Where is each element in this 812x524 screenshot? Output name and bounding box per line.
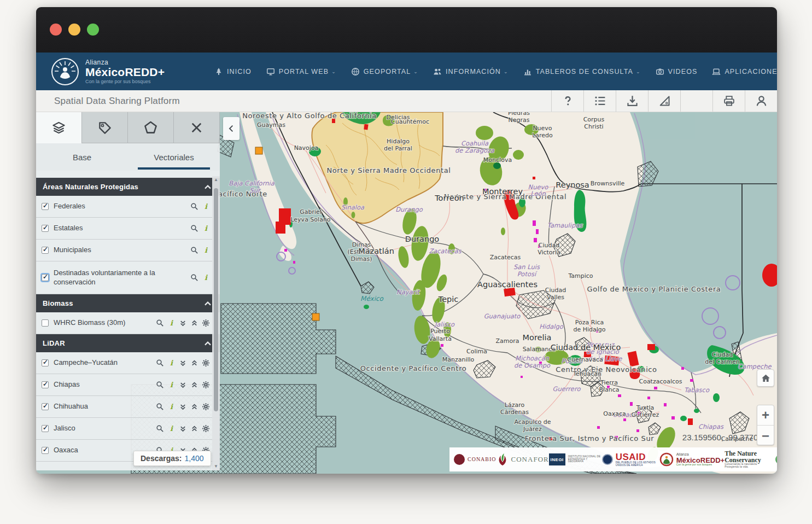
gear-icon[interactable]	[202, 359, 210, 367]
angles-down-icon[interactable]	[179, 403, 187, 411]
toolbar-download-button[interactable]	[616, 90, 648, 112]
angles-up-icon[interactable]	[190, 319, 198, 327]
tool-tab-close[interactable]	[174, 112, 220, 143]
info-icon[interactable]	[167, 424, 176, 433]
logo-conabio: CONABIO	[454, 454, 496, 465]
svg-text:Victoria: Victoria	[538, 249, 560, 256]
info-icon[interactable]	[167, 359, 176, 367]
checkbox-oaxaca[interactable]	[42, 447, 49, 454]
checkbox-estatales[interactable]	[42, 225, 49, 232]
checkbox-jalisco[interactable]	[42, 425, 49, 432]
nav-item-tableros-de-consulta[interactable]: TABLEROS DE CONSULTA⌄	[523, 67, 641, 76]
checkbox-chihuahua[interactable]	[42, 403, 49, 410]
search-icon[interactable]	[156, 403, 164, 411]
info-icon[interactable]	[167, 319, 176, 327]
scrollbar-thumb[interactable]	[214, 188, 218, 411]
search-icon[interactable]	[190, 224, 198, 232]
section-header-biomass[interactable]: Biomass	[36, 294, 220, 312]
users-icon	[433, 67, 442, 76]
search-icon[interactable]	[156, 359, 164, 367]
tab-vectoriales[interactable]: Vectoriales	[128, 143, 220, 171]
tool-tab-tag[interactable]	[82, 112, 128, 143]
tool-tab-polygon[interactable]	[128, 112, 174, 143]
info-icon[interactable]	[167, 403, 176, 411]
gear-icon[interactable]	[202, 403, 210, 411]
toolbar-legend-list-button[interactable]	[583, 90, 616, 112]
info-icon[interactable]	[202, 202, 210, 211]
nav-item-portal-web[interactable]: PORTAL WEB⌄	[266, 67, 336, 76]
nav-item-videos[interactable]: VIDEOS	[656, 67, 698, 76]
toolbar-measure-button[interactable]	[648, 90, 680, 112]
search-icon[interactable]	[156, 319, 164, 327]
svg-text:Norte y Sierra Madre Occidenta: Norte y Sierra Madre Occidental	[326, 166, 451, 174]
search-icon[interactable]	[190, 273, 198, 282]
checkbox-whrc-biomass-30m[interactable]	[42, 319, 49, 327]
nav-item-aplicaciones[interactable]: APLICACIONES⌄	[712, 67, 777, 76]
angles-down-icon[interactable]	[179, 319, 187, 327]
info-icon[interactable]	[202, 224, 210, 232]
svg-text:Dimas): Dimas)	[350, 255, 372, 263]
gear-icon[interactable]	[202, 381, 210, 389]
inegi-emblem-icon: INEGI	[549, 453, 565, 465]
window-maximize-button[interactable]	[87, 24, 99, 36]
checkbox-chiapas[interactable]	[42, 381, 49, 388]
section-header-lidar[interactable]: LiDAR	[36, 334, 220, 352]
angles-down-icon[interactable]	[179, 381, 187, 389]
angles-up-icon[interactable]	[190, 359, 198, 367]
search-icon[interactable]	[190, 202, 198, 211]
layer-label: Estatales	[54, 224, 83, 233]
window-minimize-button[interactable]	[68, 24, 80, 36]
gear-icon[interactable]	[202, 319, 210, 327]
search-icon[interactable]	[156, 381, 164, 389]
angles-up-icon[interactable]	[190, 403, 198, 411]
zoom-out-button[interactable]: −	[757, 426, 774, 446]
svg-text:Nayarit: Nayarit	[396, 288, 420, 296]
info-icon[interactable]	[167, 381, 176, 389]
svg-text:Hidalgo: Hidalgo	[387, 138, 410, 145]
svg-text:Poza Rica: Poza Rica	[575, 319, 604, 326]
angles-down-icon[interactable]	[179, 424, 187, 433]
layer-row-municipales: Municipales	[36, 240, 220, 261]
tab-base[interactable]: Base	[36, 143, 128, 171]
tnc-globe-icon	[775, 455, 777, 464]
angles-up-icon[interactable]	[190, 424, 198, 433]
angles-down-icon[interactable]	[179, 359, 187, 367]
info-icon[interactable]	[202, 273, 210, 282]
nav-item-label: GEOPORTAL	[364, 68, 411, 75]
map-home-button[interactable]	[757, 369, 774, 387]
layer-row-destinadas-voluntariamente-a-la-conservaci-n: Destinadas voluntariamente a la conserva…	[36, 261, 220, 294]
nav-item-informaci-n[interactable]: INFORMACIÓN⌄	[433, 67, 509, 76]
toolbar-user-button[interactable]	[745, 90, 777, 112]
layer-row-campeche-yucat-n: Campeche–Yucatán	[36, 352, 220, 374]
brand-logo[interactable]: Alianza MéxicoREDD+ Con la gente por sus…	[50, 57, 214, 86]
layer-label: WHRC Biomass (30m)	[54, 318, 125, 328]
info-icon[interactable]	[202, 246, 210, 254]
checkbox-municipales[interactable]	[42, 247, 49, 254]
search-icon[interactable]	[190, 246, 198, 254]
toolbar-draw-polygon-button[interactable]	[680, 90, 712, 112]
layer-row-chihuahua: Chihuahua	[36, 396, 220, 418]
nav-item-geoportal[interactable]: GEOPORTAL⌄	[351, 67, 418, 76]
gear-icon[interactable]	[202, 424, 210, 433]
window-close-button[interactable]	[50, 24, 62, 36]
scroll-down-arrow[interactable]: ▼	[212, 463, 220, 470]
sidebar-collapse-button[interactable]	[223, 117, 239, 140]
nav-item-inicio[interactable]: INICIO	[214, 67, 252, 76]
tool-tab-layers[interactable]	[36, 112, 82, 143]
sidebar-scrollbar[interactable]: ▲ ▼	[212, 176, 220, 470]
window-titlebar[interactable]	[36, 7, 777, 53]
zoom-in-button[interactable]: +	[757, 405, 774, 426]
toolbar-print-button[interactable]	[712, 90, 745, 112]
angles-up-icon[interactable]	[190, 381, 198, 389]
svg-text:Sinaloa: Sinaloa	[341, 203, 365, 211]
layer-row-chiapas: Chiapas	[36, 374, 220, 396]
checkbox-campeche-yucat-n[interactable]	[42, 359, 49, 366]
svg-text:Guerrero: Guerrero	[553, 385, 581, 393]
search-icon[interactable]	[156, 424, 164, 433]
svg-text:de Ocampo: de Ocampo	[514, 362, 551, 369]
checkbox-destinadas-voluntariamente-a-la-conservaci-n[interactable]	[42, 274, 49, 281]
toolbar-help-button[interactable]	[551, 90, 583, 112]
scroll-up-arrow[interactable]: ▲	[212, 176, 220, 184]
checkbox-federales[interactable]	[42, 203, 49, 210]
section-header-reas-naturales-protegidas[interactable]: Áreas Naturales Protegidas	[36, 178, 220, 196]
